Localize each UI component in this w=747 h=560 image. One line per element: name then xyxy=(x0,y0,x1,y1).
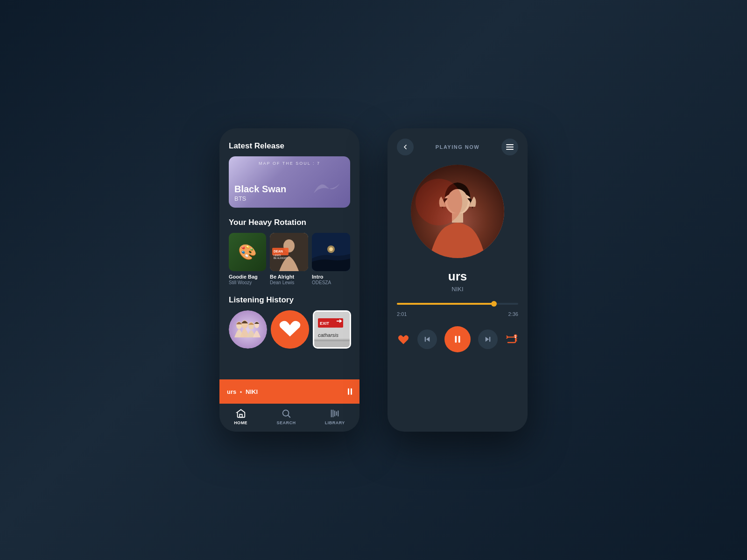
svg-text:BE ALRIGHT: BE ALRIGHT xyxy=(274,257,287,259)
heavy-rotation-grid: 🎨 Goodie Bag Still Woozy xyxy=(229,233,350,285)
mini-player[interactable]: urs • NIKI xyxy=(219,379,359,404)
goodie-song: Goodie Bag xyxy=(229,274,266,280)
mini-player-info: urs • NIKI xyxy=(227,387,258,396)
goodie-thumb: 🎨 xyxy=(229,233,266,271)
svg-point-9 xyxy=(229,310,267,349)
history-item-favorites[interactable] xyxy=(271,310,309,349)
svg-rect-32 xyxy=(458,336,460,343)
latest-release-card[interactable]: MAP OF THE SOUL : 7 Black Swan BTS xyxy=(229,156,350,208)
dean-song: Be Alright xyxy=(270,274,308,280)
next-button[interactable] xyxy=(478,329,498,349)
latest-release-title: Latest Release xyxy=(229,141,350,151)
rotation-item-dean[interactable]: DEAN LEWIS BE ALRIGHT Be Alright Dean Le… xyxy=(270,233,308,285)
left-phone: Latest Release MAP OF THE SOUL : 7 Black… xyxy=(219,128,359,432)
heavy-rotation-title: Your Heavy Rotation xyxy=(229,218,350,227)
rotation-item-odesza[interactable]: Intro ODESZA xyxy=(312,233,350,285)
mini-song: urs • NIKI xyxy=(227,388,258,395)
latest-release-section: Latest Release MAP OF THE SOUL : 7 Black… xyxy=(229,141,350,208)
mini-pause-button[interactable] xyxy=(348,388,352,395)
svg-rect-31 xyxy=(455,336,457,343)
history-item-group[interactable] xyxy=(229,310,267,349)
nav-search[interactable]: SEARCH xyxy=(276,408,296,425)
svg-text:catharsis: catharsis xyxy=(318,332,339,338)
svg-point-8 xyxy=(329,247,333,251)
history-title: Listening History xyxy=(229,295,350,305)
pause-bar-2 xyxy=(351,388,352,395)
progress-container xyxy=(397,303,518,308)
svg-rect-33 xyxy=(489,337,490,342)
album-art-image xyxy=(411,165,504,258)
svg-text:DEAN: DEAN xyxy=(274,250,283,253)
odesza-song: Intro xyxy=(312,274,350,280)
search-label: SEARCH xyxy=(276,420,296,425)
play-pause-button[interactable] xyxy=(444,326,471,352)
song-title: urs xyxy=(397,269,518,284)
svg-text:1: 1 xyxy=(514,335,517,339)
odesza-art-icon xyxy=(312,233,350,271)
total-time: 2:36 xyxy=(508,311,518,317)
progress-thumb xyxy=(491,301,497,307)
nav-library[interactable]: LIBRARY xyxy=(325,408,345,425)
repeat-icon: 1 xyxy=(505,333,518,346)
goodie-artist: Still Woozy xyxy=(229,280,266,285)
search-icon xyxy=(281,408,291,419)
playing-now-label: PLAYING NOW xyxy=(436,144,479,150)
next-icon xyxy=(484,335,492,343)
pause-icon xyxy=(452,334,463,344)
svg-rect-21 xyxy=(314,339,350,347)
menu-icon-3 xyxy=(506,149,514,150)
repeat-button[interactable]: 1 xyxy=(505,333,518,346)
player-controls: 1 xyxy=(397,326,518,352)
menu-icon-2 xyxy=(506,147,514,147)
listening-history-section: Listening History xyxy=(229,295,350,349)
catharsis-thumb: EXIT catharsis xyxy=(313,310,351,349)
library-icon xyxy=(330,408,340,419)
svg-rect-22 xyxy=(240,414,242,417)
progress-fill xyxy=(397,303,494,305)
odesza-thumb xyxy=(312,233,350,271)
goodie-art-icon: 🎨 xyxy=(229,233,266,271)
album-artist: BTS xyxy=(234,195,286,202)
prev-button[interactable] xyxy=(417,329,437,349)
library-label: LIBRARY xyxy=(325,420,345,425)
history-item-catharsis[interactable]: EXIT catharsis xyxy=(313,310,351,349)
back-icon xyxy=(402,143,409,151)
album-title: Black Swan xyxy=(234,184,286,194)
player-header: PLAYING NOW xyxy=(397,139,518,155)
favorites-thumb xyxy=(271,310,309,349)
odesza-artist: ODESZA xyxy=(312,280,350,285)
group-thumb xyxy=(229,310,267,349)
pause-bar-1 xyxy=(348,388,349,395)
dean-art-icon: DEAN LEWIS BE ALRIGHT xyxy=(270,233,308,271)
song-artist: NIKI xyxy=(397,286,518,293)
progress-track[interactable] xyxy=(397,303,518,305)
svg-point-29 xyxy=(416,179,462,225)
menu-button[interactable] xyxy=(501,139,518,155)
progress-times: 2:01 2:36 xyxy=(397,311,518,317)
dean-thumb: DEAN LEWIS BE ALRIGHT xyxy=(270,233,308,271)
prev-icon xyxy=(423,335,431,343)
svg-text:EXIT: EXIT xyxy=(320,321,330,326)
right-phone: PLAYING NOW xyxy=(388,128,528,432)
home-icon xyxy=(236,408,246,419)
home-label: HOME xyxy=(234,420,247,425)
album-art xyxy=(411,165,504,258)
back-button[interactable] xyxy=(397,139,414,155)
like-button[interactable] xyxy=(397,333,410,346)
bottom-nav: HOME SEARCH LIBRARY xyxy=(219,404,359,432)
nav-home[interactable]: HOME xyxy=(234,408,247,425)
rotation-item-goodie[interactable]: 🎨 Goodie Bag Still Woozy xyxy=(229,233,266,285)
menu-icon xyxy=(506,144,514,145)
history-grid: EXIT catharsis xyxy=(229,310,350,349)
heart-icon xyxy=(397,333,410,346)
dean-artist: Dean Lewis xyxy=(270,280,308,285)
svg-rect-30 xyxy=(425,337,426,342)
current-time: 2:01 xyxy=(397,311,407,317)
album-subtitle: MAP OF THE SOUL : 7 xyxy=(229,161,350,166)
